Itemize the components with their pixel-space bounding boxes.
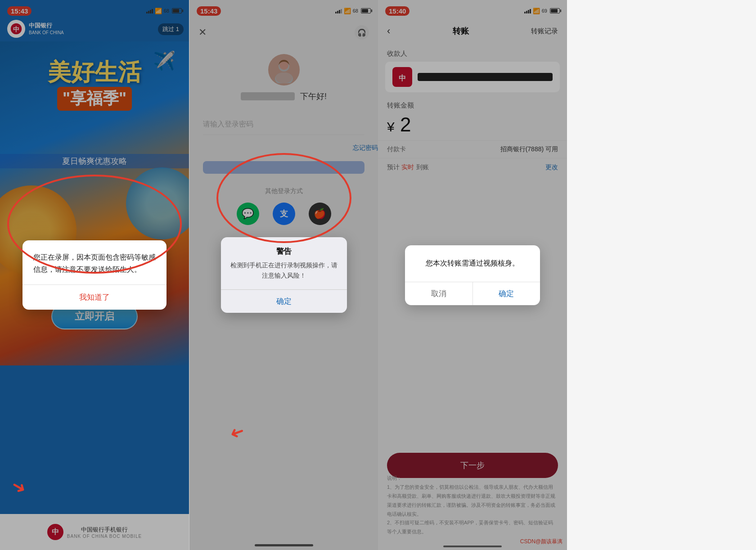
panel-3: 15:40 📶 69 ‹ 转账 转账记录 收款人 — [378, 0, 756, 550]
transfer-dialog: 您本次转账需通过视频核身。 取消 确定 — [405, 245, 540, 305]
warning-alert-body: 检测到手机正在进行录制视频操作，请注意输入风险！ — [221, 260, 347, 289]
warning-alert-confirm-button[interactable]: 确定 — [221, 290, 347, 313]
warning-alert-box: 警告 检测到手机正在进行录制视频操作，请注意输入风险！ 确定 — [221, 237, 347, 313]
transfer-dialog-buttons: 取消 确定 — [405, 282, 540, 305]
alert-overlay-1: 您正在录屏，因本页面包含密码等敏感信息，请注意不要发送给陌生人。 我知道了 — [0, 0, 189, 550]
transfer-dialog-body: 您本次转账需通过视频核身。 — [405, 245, 540, 282]
alert-confirm-button-1[interactable]: 我知道了 — [79, 285, 110, 310]
warning-alert-title: 警告 — [221, 237, 347, 260]
panel-2: 15:43 📶 68 ✕ 🎧 — [189, 0, 378, 550]
transfer-confirm-button[interactable]: 确定 — [473, 282, 540, 305]
alert-btn-row-1: 我知道了 — [33, 285, 156, 310]
alert-box-1: 您正在录屏，因本页面包含密码等敏感信息，请注意不要发送给陌生人。 我知道了 — [22, 240, 166, 310]
transfer-screen: 15:40 📶 69 ‹ 转账 转账记录 收款人 — [378, 0, 567, 550]
panel-3-right-padding — [567, 0, 756, 550]
transfer-dialog-overlay: 您本次转账需通过视频核身。 取消 确定 — [378, 0, 567, 550]
alert-body-1: 您正在录屏，因本页面包含密码等敏感信息，请注意不要发送给陌生人。 — [33, 251, 156, 284]
alert-overlay-2: 警告 检测到手机正在进行录制视频操作，请注意输入风险！ 确定 — [189, 0, 378, 550]
transfer-cancel-button[interactable]: 取消 — [405, 282, 473, 305]
panel-1: 15:43 📶 68 中 中国银行 BANK OF CHINA — [0, 0, 189, 550]
